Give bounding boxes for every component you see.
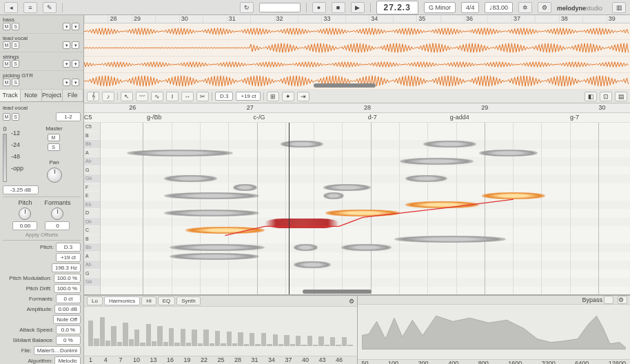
tab-track[interactable]: Track — [0, 90, 21, 101]
harmonic-bar[interactable] — [105, 341, 110, 346]
mute-button[interactable]: M — [3, 113, 10, 121]
note-pitch-field[interactable]: D.3 — [215, 92, 233, 101]
panel-toggle-icon[interactable]: ▥ — [612, 2, 626, 13]
chord-label[interactable]: d-7 — [368, 114, 377, 121]
note-info-value[interactable]: 0.00 dB — [54, 305, 81, 314]
note-blob[interactable] — [164, 175, 217, 182]
note-info-value[interactable]: 100.0 % — [54, 284, 81, 293]
harmonics-settings-icon[interactable]: ⚙ — [349, 298, 354, 305]
mute-button[interactable]: M — [3, 23, 10, 30]
editor-scrollbar[interactable] — [303, 290, 372, 294]
mute-button[interactable]: M — [3, 41, 10, 49]
timesig-display[interactable]: 4/4 — [461, 2, 480, 13]
tab-file[interactable]: File — [63, 90, 83, 101]
formants-offset[interactable]: 0 — [45, 221, 70, 230]
note-blob[interactable] — [294, 261, 331, 268]
harmonic-bar[interactable] — [325, 345, 329, 346]
note-blob[interactable] — [325, 210, 400, 216]
harmonic-bar[interactable] — [284, 335, 289, 346]
harmonic-bar[interactable] — [163, 342, 168, 346]
note-blob[interactable] — [423, 141, 476, 148]
record-button[interactable]: ● — [312, 2, 326, 13]
amplitude-tool-icon[interactable]: I — [166, 92, 179, 101]
key-display[interactable]: G Minor — [424, 2, 456, 13]
position-display[interactable]: 27.2.3 — [376, 1, 418, 14]
note-blob[interactable] — [281, 141, 323, 148]
track-header-3[interactable]: picking GTR MS ▾▾ — [0, 71, 83, 90]
note-info-value[interactable]: 100.0 % — [54, 274, 81, 283]
note-blob[interactable] — [127, 150, 233, 156]
note-blob[interactable] — [323, 192, 345, 199]
harmonic-bar[interactable] — [261, 333, 266, 346]
note-info-value[interactable]: 0 ct — [56, 294, 81, 303]
master-solo[interactable]: S — [48, 143, 60, 151]
sound-tab-harmonics[interactable]: Harmonics — [104, 296, 140, 305]
solo-button[interactable]: S — [12, 113, 19, 121]
note-blob[interactable] — [170, 244, 265, 251]
mute-button[interactable]: M — [3, 60, 10, 68]
note-blob[interactable] — [185, 227, 265, 234]
harmonic-bar[interactable] — [278, 344, 283, 346]
track-header-2[interactable]: strings MS ▾▾ — [0, 52, 83, 71]
harmonic-bar[interactable] — [290, 344, 295, 346]
chord-track[interactable]: C5g-/Bbc-/Gd-7g-add4g-7 — [84, 113, 630, 123]
track-header-0[interactable]: bass MS ▾▾ — [0, 15, 83, 34]
solo-button[interactable]: S — [12, 60, 19, 68]
expand-icon[interactable]: ▾ — [63, 79, 70, 86]
note-info-value[interactable]: Note Off — [53, 315, 81, 324]
harmonics-chart[interactable] — [84, 307, 357, 356]
harmonic-bar[interactable] — [181, 329, 185, 346]
harmonic-bar[interactable] — [134, 330, 139, 346]
view-option-icon[interactable]: ◧ — [585, 92, 597, 101]
volume-fader[interactable] — [3, 134, 7, 182]
harmonic-bar[interactable] — [255, 344, 260, 346]
mute-button[interactable]: M — [3, 79, 10, 86]
harmonic-bar[interactable] — [186, 343, 191, 346]
pan-knob[interactable] — [47, 168, 62, 183]
note-info-value[interactable]: +19 ct — [56, 253, 81, 262]
range-field[interactable]: 1-2 — [56, 112, 81, 121]
solo-button[interactable]: S — [12, 23, 19, 30]
correct-pitch-icon[interactable]: ✦ — [282, 92, 294, 101]
note-info-value[interactable]: D.3 — [56, 243, 81, 252]
harmonic-bar[interactable] — [94, 338, 99, 346]
note-blob[interactable] — [400, 158, 474, 165]
harmonic-bar[interactable] — [146, 324, 151, 346]
formant-tool-icon[interactable]: ∿ — [151, 92, 163, 101]
harmonic-bar[interactable] — [152, 341, 156, 346]
expand-icon[interactable]: ▾ — [63, 23, 70, 30]
note-blob[interactable] — [405, 175, 447, 182]
note-blob[interactable] — [294, 244, 318, 251]
harmonic-bar[interactable] — [313, 345, 318, 346]
harmonic-bar[interactable] — [221, 343, 225, 346]
expand-icon[interactable]: ▾ — [63, 41, 70, 49]
back-icon[interactable]: ◂ — [4, 2, 18, 13]
menu-icon[interactable]: ≡ — [23, 2, 37, 13]
metronome-icon[interactable]: ✲ — [518, 2, 532, 13]
harmonic-bar[interactable] — [123, 323, 128, 346]
arrange-track-2[interactable] — [84, 57, 630, 73]
editor-grid[interactable] — [101, 123, 630, 294]
note-blob[interactable] — [405, 201, 480, 208]
note-info-value[interactable]: MalerS…Donimi — [34, 346, 81, 355]
harmonic-bar[interactable] — [307, 336, 312, 346]
snap-icon[interactable]: ⊞ — [267, 92, 279, 101]
harmonic-bar[interactable] — [198, 343, 203, 346]
sound-tab-eq[interactable]: EQ — [158, 296, 176, 305]
note-blob[interactable] — [341, 244, 392, 251]
cycle-range[interactable] — [259, 3, 301, 12]
note-blob[interactable] — [233, 184, 257, 191]
note-blob[interactable] — [482, 192, 545, 199]
harmonic-bar[interactable] — [273, 334, 278, 346]
chord-label[interactable]: C5 — [84, 114, 92, 121]
chord-label[interactable]: c-/G — [254, 114, 265, 121]
harmonic-bar[interactable] — [301, 345, 306, 346]
harmonic-bar[interactable] — [100, 317, 105, 346]
note-cents-field[interactable]: +19 ct — [236, 92, 261, 101]
harmonic-bar[interactable] — [330, 337, 335, 346]
options-icon[interactable]: ▾ — [72, 79, 79, 86]
pitch-offset[interactable]: 0.00 — [12, 221, 37, 230]
harmonic-bar[interactable] — [111, 326, 116, 346]
note-blob[interactable] — [265, 219, 339, 228]
harmonic-bar[interactable] — [336, 345, 341, 346]
